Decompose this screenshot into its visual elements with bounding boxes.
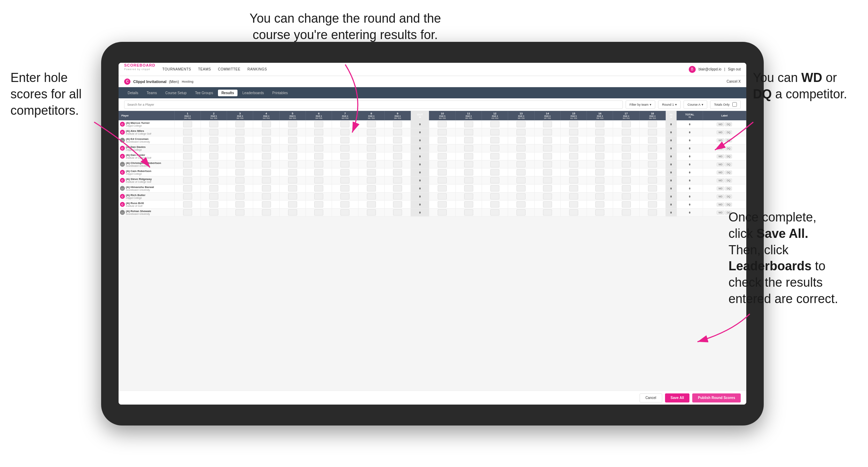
search-input[interactable] — [124, 100, 623, 109]
score-cell-hole-5[interactable] — [279, 184, 305, 193]
score-input-hole-5[interactable] — [288, 121, 297, 127]
score-input-hole-13[interactable] — [516, 121, 526, 127]
score-cell-hole-12[interactable] — [482, 160, 508, 168]
score-cell-hole-8[interactable] — [358, 160, 384, 168]
score-cell-hole-8[interactable] — [358, 176, 384, 184]
score-input-hole-16[interactable] — [595, 177, 604, 183]
score-input-hole-4[interactable] — [262, 185, 271, 191]
score-input-hole-7[interactable] — [340, 177, 349, 183]
score-cell-hole-18[interactable] — [639, 144, 665, 152]
score-cell-hole-11[interactable] — [455, 120, 482, 128]
score-input-hole-17[interactable] — [622, 169, 631, 175]
score-input-hole-16[interactable] — [595, 137, 604, 143]
score-cell-hole-11[interactable] — [455, 152, 482, 160]
score-input-hole-4[interactable] — [262, 137, 271, 143]
save-all-button[interactable]: Save All — [665, 393, 690, 402]
score-input-hole-15[interactable] — [569, 161, 578, 167]
score-input-hole-15[interactable] — [569, 201, 578, 208]
wd-button[interactable]: WD — [717, 211, 724, 214]
score-input-hole-4[interactable] — [262, 201, 271, 208]
score-cell-hole-10[interactable] — [429, 209, 455, 217]
score-input-hole-14[interactable] — [543, 177, 552, 183]
score-cell-hole-6[interactable] — [305, 160, 332, 168]
score-input-hole-16[interactable] — [595, 161, 604, 167]
score-cell-hole-16[interactable] — [587, 144, 613, 152]
score-input-hole-9[interactable] — [393, 169, 402, 175]
score-input-hole-11[interactable] — [464, 185, 473, 191]
score-input-hole-16[interactable] — [595, 145, 604, 151]
score-input-hole-18[interactable] — [648, 129, 657, 135]
score-cell-hole-9[interactable] — [384, 201, 410, 209]
score-cell-hole-1[interactable] — [174, 209, 201, 217]
dq-button[interactable]: DQ — [725, 130, 732, 134]
score-cell-hole-15[interactable] — [560, 176, 587, 184]
score-input-hole-7[interactable] — [340, 153, 349, 159]
score-input-hole-18[interactable] — [648, 177, 657, 183]
score-cell-hole-4[interactable] — [253, 136, 279, 144]
score-input-hole-10[interactable] — [438, 185, 447, 191]
score-cell-hole-10[interactable] — [429, 128, 455, 136]
nav-teams[interactable]: TEAMS — [198, 67, 211, 71]
score-cell-hole-2[interactable] — [201, 120, 227, 128]
score-input-hole-17[interactable] — [622, 201, 631, 208]
score-input-hole-17[interactable] — [622, 161, 631, 167]
score-input-hole-15[interactable] — [569, 209, 578, 216]
score-cell-hole-14[interactable] — [534, 160, 560, 168]
score-cell-hole-6[interactable] — [305, 152, 332, 160]
score-input-hole-7[interactable] — [340, 193, 349, 199]
score-input-hole-6[interactable] — [314, 193, 323, 199]
wd-button[interactable]: WD — [717, 155, 724, 158]
score-input-hole-3[interactable] — [235, 209, 244, 216]
score-input-hole-3[interactable] — [235, 137, 244, 143]
score-cell-hole-13[interactable] — [508, 160, 534, 168]
score-input-hole-13[interactable] — [516, 137, 526, 143]
score-input-hole-5[interactable] — [288, 201, 297, 208]
score-cell-hole-14[interactable] — [534, 209, 560, 217]
score-input-hole-8[interactable] — [367, 153, 376, 159]
score-input-hole-7[interactable] — [340, 145, 349, 151]
score-cell-hole-17[interactable] — [613, 168, 639, 176]
score-input-hole-8[interactable] — [367, 137, 376, 143]
score-cell-hole-14[interactable] — [534, 201, 560, 209]
score-input-hole-3[interactable] — [235, 169, 244, 175]
score-cell-hole-6[interactable] — [305, 209, 332, 217]
score-input-hole-15[interactable] — [569, 185, 578, 191]
score-input-hole-10[interactable] — [438, 153, 447, 159]
score-input-hole-4[interactable] — [262, 169, 271, 175]
score-cell-hole-10[interactable] — [429, 168, 455, 176]
score-cell-hole-17[interactable] — [613, 201, 639, 209]
score-input-hole-3[interactable] — [235, 185, 244, 191]
score-cell-hole-3[interactable] — [227, 184, 253, 193]
score-input-hole-7[interactable] — [340, 121, 349, 127]
score-cell-hole-9[interactable] — [384, 120, 410, 128]
score-cell-hole-11[interactable] — [455, 160, 482, 168]
score-cell-hole-12[interactable] — [482, 136, 508, 144]
score-cell-hole-1[interactable] — [174, 136, 201, 144]
score-cell-hole-11[interactable] — [455, 193, 482, 201]
score-cell-hole-2[interactable] — [201, 201, 227, 209]
score-cell-hole-13[interactable] — [508, 128, 534, 136]
score-input-hole-1[interactable] — [183, 129, 192, 135]
score-cell-hole-9[interactable] — [384, 209, 410, 217]
score-cell-hole-7[interactable] — [332, 144, 358, 152]
score-cell-hole-13[interactable] — [508, 144, 534, 152]
wd-button[interactable]: WD — [717, 146, 724, 150]
score-cell-hole-18[interactable] — [639, 152, 665, 160]
score-cell-hole-5[interactable] — [279, 209, 305, 217]
score-input-hole-9[interactable] — [393, 145, 402, 151]
score-cell-hole-10[interactable] — [429, 136, 455, 144]
score-cell-hole-5[interactable] — [279, 136, 305, 144]
score-cell-hole-8[interactable] — [358, 128, 384, 136]
score-input-hole-1[interactable] — [183, 177, 192, 183]
wd-button[interactable]: WD — [717, 130, 724, 134]
score-input-hole-9[interactable] — [393, 209, 402, 216]
score-input-hole-1[interactable] — [183, 193, 192, 199]
score-cell-hole-2[interactable] — [201, 160, 227, 168]
score-input-hole-10[interactable] — [438, 129, 447, 135]
score-input-hole-8[interactable] — [367, 161, 376, 167]
score-cell-hole-5[interactable] — [279, 120, 305, 128]
score-cell-hole-15[interactable] — [560, 168, 587, 176]
score-cell-hole-3[interactable] — [227, 160, 253, 168]
score-input-hole-12[interactable] — [490, 169, 499, 175]
score-input-hole-5[interactable] — [288, 193, 297, 199]
